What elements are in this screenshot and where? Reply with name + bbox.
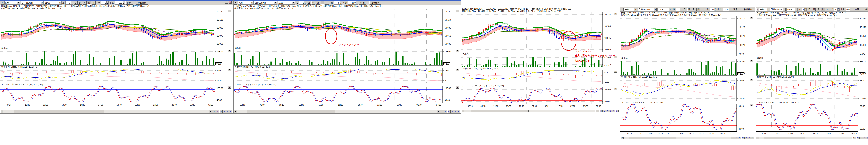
tool-button-1[interactable]: L	[216, 110, 219, 113]
spin-down-icon[interactable]: ▼	[838, 9, 839, 11]
tool-button-5[interactable]: ▶	[457, 110, 460, 113]
section-scroll-down-button[interactable]: ▼	[228, 69, 231, 71]
period-button-3[interactable]: 分	[696, 8, 700, 11]
window-minimize-button[interactable]: ▼	[225, 1, 228, 4]
period-button-4[interactable]: T	[92, 1, 96, 4]
contract-month-select[interactable]: 11/09▼	[278, 1, 295, 4]
spin-up-icon[interactable]: ▲	[106, 1, 108, 3]
tool-button-2[interactable]: R	[219, 110, 223, 113]
minutes-spinner[interactable]: 5▲▼	[101, 1, 108, 4]
section-scroll-down-button[interactable]: ▼	[614, 13, 618, 15]
macd-chart[interactable]: 3.50-9.00▼	[0, 68, 232, 83]
scroll-right-button[interactable]: ►	[731, 137, 734, 139]
chevron-down-icon[interactable]: ▼	[795, 8, 798, 11]
volume-chart-plot[interactable]	[620, 59, 754, 75]
bars-count-spinner[interactable]: 500▲▼	[115, 1, 125, 4]
tool-button-3[interactable]: ⊕	[745, 137, 748, 139]
spin-up-icon[interactable]: ▲	[850, 8, 852, 9]
tool-button-0[interactable]: D	[213, 110, 216, 113]
tool-button-1[interactable]: L	[444, 110, 447, 113]
scrollbar-track[interactable]	[3, 110, 209, 113]
period-button-1[interactable]: 週	[311, 1, 315, 4]
horizontal-scrollbar[interactable]: ◄►DLR⊕✕▶	[1, 110, 232, 113]
apply-button[interactable]: 適用	[359, 1, 366, 4]
tool-button-3[interactable]: ⊕	[451, 110, 454, 113]
period-button-1[interactable]: 週	[687, 8, 691, 11]
volume-chart[interactable]: 145.0060.00▼× 100	[234, 49, 461, 66]
stochastics-chart[interactable]: 100.0040.00▼	[461, 87, 619, 104]
price-chart-plot[interactable]	[461, 12, 619, 52]
tick-interval-spinner[interactable]: 1▲▼	[299, 1, 306, 4]
volume-chart[interactable]: 550.00240.00▼× 100	[756, 59, 868, 75]
spin-up-icon[interactable]: ▲	[729, 8, 731, 9]
toolbar-collapse-button[interactable]: ▼	[1, 1, 4, 4]
tool-button-5[interactable]: ▶	[751, 137, 754, 139]
spin-up-icon[interactable]: ▲	[838, 8, 839, 9]
volume-chart-plot[interactable]	[234, 49, 461, 66]
horizontal-scrollbar[interactable]: ◄►DLR⊕✕▶	[462, 110, 619, 112]
spin-down-icon[interactable]: ▼	[340, 3, 342, 4]
tool-button-2[interactable]: R	[447, 110, 451, 113]
price-chart-plot[interactable]	[620, 16, 754, 56]
spin-down-icon[interactable]: ▼	[356, 3, 358, 4]
stochastics-chart[interactable]: 100.0040.00▼	[0, 86, 232, 103]
tool-button-1[interactable]: L	[602, 110, 606, 112]
toolbar-collapse-button[interactable]: ▼	[621, 8, 623, 11]
contract-month-select[interactable]: 11/09▼	[786, 8, 798, 11]
chevron-down-icon[interactable]: ▼	[292, 1, 295, 4]
macd-chart-plot[interactable]	[620, 78, 754, 101]
section-scroll-down-button[interactable]: ▼	[614, 70, 618, 73]
period-button-0[interactable]: 日	[683, 8, 687, 11]
scroll-right-button[interactable]: ►	[852, 137, 855, 139]
spin-down-icon[interactable]: ▼	[680, 9, 682, 11]
chevron-down-icon[interactable]: ▼	[634, 8, 637, 11]
section-scroll-down-button[interactable]: ▼	[456, 69, 459, 71]
market-select[interactable]: 先物▼	[4, 1, 20, 4]
horizontal-scrollbar[interactable]: ◄►DLR⊕✕▶	[756, 137, 868, 139]
scroll-right-button[interactable]: ►	[595, 110, 598, 112]
price-chart-plot[interactable]	[0, 9, 232, 46]
scrollbar-thumb[interactable]	[247, 110, 335, 113]
period-button-0[interactable]: 日	[807, 8, 811, 11]
scroll-right-button[interactable]: ►	[209, 110, 212, 113]
section-scroll-down-button[interactable]: ▼	[228, 50, 231, 52]
spin-up-icon[interactable]: ▲	[123, 1, 125, 3]
horizontal-scrollbar[interactable]: ◄►DLR⊕✕▶	[621, 137, 754, 139]
section-scroll-down-button[interactable]: ▼	[456, 10, 459, 12]
macd-chart-plot[interactable]	[756, 78, 868, 101]
tool-button-2[interactable]: R	[741, 137, 745, 139]
tool-button-4[interactable]: ✕	[748, 137, 751, 139]
stochastics-chart-plot[interactable]	[461, 87, 619, 104]
chevron-down-icon[interactable]: ▼	[669, 8, 672, 11]
stochastics-chart[interactable]: 80.0020.00▼	[756, 104, 868, 131]
scroll-left-button[interactable]: ◄	[234, 110, 237, 113]
multi-symbol-button[interactable]: 複数銘柄	[369, 1, 381, 4]
stochastics-chart-plot[interactable]	[234, 86, 461, 103]
tool-button-0[interactable]: D	[735, 137, 738, 139]
chevron-down-icon[interactable]: ▼	[17, 1, 20, 4]
tool-button-4[interactable]: ✕	[226, 110, 229, 113]
volume-chart-plot[interactable]	[756, 59, 868, 75]
spin-down-icon[interactable]: ▼	[71, 3, 73, 4]
toolbar-collapse-button[interactable]: ▼	[756, 8, 758, 11]
volume-chart-plot[interactable]	[0, 49, 232, 66]
tool-button-0[interactable]: D	[856, 137, 860, 139]
symbol-select[interactable]: 日経225mini▼	[254, 1, 277, 4]
tool-button-1[interactable]: L	[860, 137, 863, 139]
chevron-down-icon[interactable]: ▼	[41, 1, 43, 4]
tool-button-5[interactable]: ▶	[229, 110, 232, 113]
macd-chart-plot[interactable]	[461, 70, 619, 84]
chevron-down-icon[interactable]: ▼	[766, 8, 769, 11]
section-scroll-down-button[interactable]: ▼	[750, 79, 753, 81]
apply-button[interactable]: 適用	[732, 8, 739, 11]
period-button-0[interactable]: 日	[73, 1, 78, 4]
spin-down-icon[interactable]: ▼	[850, 9, 852, 11]
scrollbar-thumb[interactable]	[764, 137, 805, 139]
spin-down-icon[interactable]: ▼	[304, 3, 306, 4]
scrollbar-thumb[interactable]	[471, 110, 529, 112]
contract-month-select[interactable]: 11/09▼	[44, 1, 62, 4]
scroll-left-button[interactable]: ◄	[1, 110, 3, 113]
volume-chart[interactable]: 550.00240.00▼× 100	[620, 59, 754, 75]
market-select[interactable]: 先物▼	[624, 8, 637, 11]
stochastics-chart-plot[interactable]	[0, 86, 232, 103]
